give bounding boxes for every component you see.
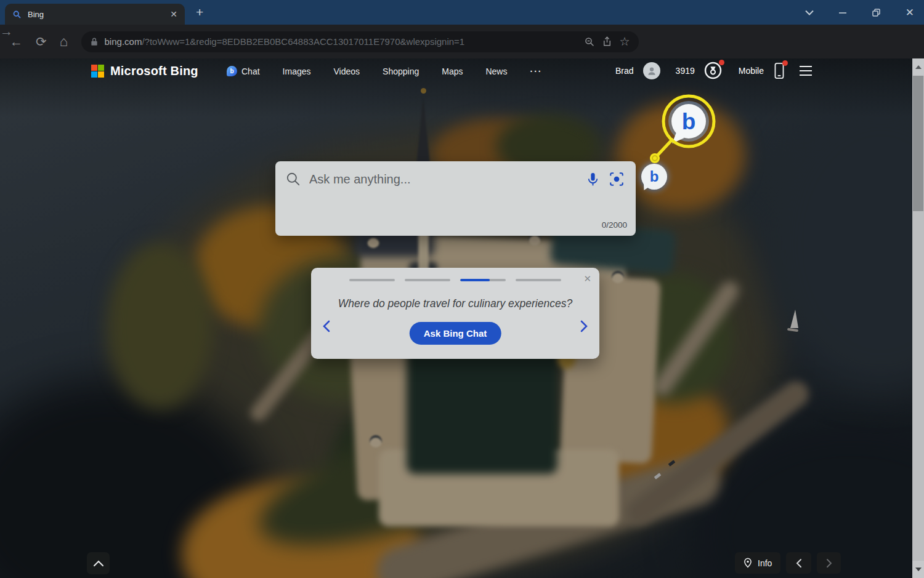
microphone-icon[interactable] — [585, 172, 601, 187]
carousel-next-chevron[interactable] — [577, 319, 591, 333]
notification-dot — [719, 60, 724, 65]
annotation-callout: b — [634, 83, 739, 182]
rewards-medal-icon[interactable] — [704, 62, 722, 79]
microsoft-bing-logo[interactable]: Microsoft Bing — [91, 64, 198, 78]
window-close-button[interactable]: ✕ — [906, 6, 914, 19]
progress-segment — [405, 279, 450, 281]
window-restore-button[interactable] — [872, 8, 881, 17]
browser-toolbar: ← → ⟳ ⌂ bing.com/?toWww=1&redig=8EDBB2EB… — [0, 25, 924, 58]
character-counter: 0/2000 — [602, 220, 627, 230]
tab-search-chevron-icon[interactable] — [805, 10, 814, 15]
visual-search-camera-icon[interactable] — [609, 171, 625, 187]
new-tab-button[interactable]: + — [196, 5, 203, 20]
search-box: 0/2000 — [275, 161, 636, 236]
nav-maps[interactable]: Maps — [442, 66, 463, 76]
scroll-to-top-button[interactable] — [87, 552, 110, 574]
mobile-label[interactable]: Mobile — [739, 66, 764, 76]
ask-bing-chat-button[interactable]: Ask Bing Chat — [410, 322, 501, 345]
nav-images[interactable]: Images — [283, 66, 311, 76]
map-pin-icon — [744, 558, 752, 568]
tab-title: Bing — [28, 10, 170, 19]
tab-favicon-search-icon — [12, 10, 22, 19]
svg-text:b: b — [682, 109, 696, 134]
user-name[interactable]: Brad — [615, 66, 634, 76]
image-info-button[interactable]: Info — [735, 552, 780, 574]
nav-news[interactable]: News — [485, 66, 507, 76]
previous-image-button[interactable] — [786, 552, 811, 574]
progress-segment — [516, 279, 561, 281]
bing-homepage: Microsoft Bing Chat Images Videos Shoppi… — [0, 58, 912, 578]
rewards-points[interactable]: 3919 — [676, 66, 695, 76]
bing-chat-icon — [227, 66, 237, 76]
hamburger-menu-icon[interactable] — [800, 66, 812, 76]
info-label: Info — [758, 558, 772, 568]
window-minimize-button[interactable] — [838, 8, 847, 17]
notification-dot — [782, 60, 788, 66]
nav-shopping[interactable]: Shopping — [383, 66, 419, 76]
bing-chat-promo-card: ✕ Where do people travel for culinary ex… — [311, 268, 599, 359]
brand-text: Microsoft Bing — [110, 64, 198, 78]
page-scrollbar[interactable] — [912, 58, 924, 578]
carousel-prev-chevron[interactable] — [320, 319, 333, 333]
scrollbar-down-arrow[interactable] — [912, 561, 924, 578]
next-image-button[interactable] — [817, 552, 841, 574]
progress-segment — [349, 279, 395, 281]
tab-close-icon[interactable]: ✕ — [170, 9, 177, 19]
browser-tab-bing[interactable]: Bing ✕ — [5, 4, 185, 25]
mobile-phone-icon[interactable] — [773, 62, 785, 79]
suggested-question: Where do people travel for culinary expe… — [311, 297, 599, 310]
search-input[interactable] — [309, 172, 577, 187]
carousel-progress — [349, 279, 561, 281]
scrollbar-thumb[interactable] — [913, 76, 923, 211]
user-avatar[interactable] — [643, 62, 660, 79]
nav-chat[interactable]: Chat — [227, 66, 260, 76]
card-close-icon[interactable]: ✕ — [583, 273, 591, 284]
progress-segment-active — [460, 279, 506, 281]
nav-videos[interactable]: Videos — [334, 66, 360, 76]
search-magnifier-icon — [285, 171, 301, 187]
browser-titlebar: Bing ✕ + ✕ — [0, 0, 924, 25]
nav-more-icon[interactable]: ··· — [530, 66, 542, 76]
microsoft-logo-icon — [91, 65, 104, 78]
scrollbar-up-arrow[interactable] — [912, 58, 924, 76]
